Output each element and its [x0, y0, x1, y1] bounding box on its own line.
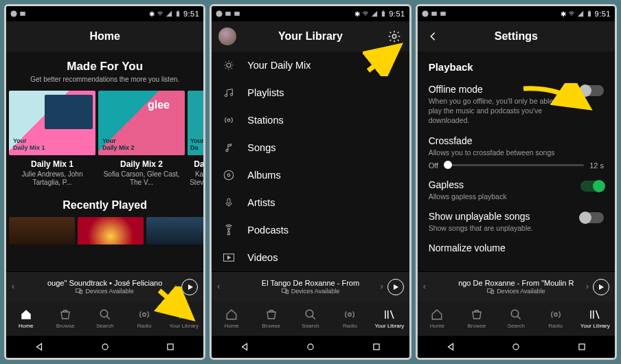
nav-back-icon[interactable]	[446, 342, 455, 352]
page-title: Home	[89, 30, 120, 43]
chevron-right-icon[interactable]: ›	[174, 282, 177, 291]
setting-title: Normalize volume	[429, 242, 572, 253]
tab-library[interactable]: Your Library	[576, 302, 615, 336]
devices-available[interactable]: Devices Available	[487, 288, 545, 295]
now-playing-bar[interactable]: ‹ › ouge" Soundtrack • José Feliciano De…	[6, 271, 203, 302]
devices-available[interactable]: Devices Available	[76, 288, 133, 295]
setting-title: Gapless	[429, 179, 572, 190]
content[interactable]: Playback Offline modeWhen you go offline…	[418, 52, 615, 271]
spotify-icon	[216, 10, 223, 17]
library-row-mic[interactable]: Artists	[212, 189, 409, 216]
setting-show-unplayable-songs[interactable]: Show unplayable songsShow songs that are…	[429, 211, 604, 233]
tab-browse[interactable]: Browse	[457, 302, 496, 336]
library-row-disc[interactable]: Albums	[212, 161, 409, 189]
toggle-switch[interactable]	[580, 212, 604, 223]
tab-home[interactable]: Home	[212, 302, 251, 336]
library-row-music[interactable]: Playlists	[212, 79, 409, 106]
library-item-label: Playlists	[247, 87, 284, 98]
slider[interactable]	[444, 164, 584, 166]
tab-browse[interactable]: Browse	[45, 302, 84, 336]
library-row-video[interactable]: Videos	[212, 244, 409, 271]
tab-radio[interactable]: Radio	[330, 302, 370, 336]
library-item-label: Songs	[247, 142, 275, 153]
chevron-right-icon[interactable]: ›	[586, 282, 589, 291]
screen-settings: ✱ 9:51 Settings Playback Offline modeWhe…	[416, 4, 617, 360]
recently-played-heading: Recently Played	[6, 199, 203, 212]
setting-desc: Show songs that are unplayable.	[429, 223, 572, 233]
daily-mix-card[interactable]: Da Ka Stev...	[188, 91, 203, 187]
nav-home-icon[interactable]	[306, 342, 315, 352]
browse-icon	[59, 308, 71, 321]
play-button[interactable]	[181, 279, 198, 295]
setting-normalize-volume[interactable]: Normalize volume	[429, 242, 604, 253]
now-playing-bar[interactable]: ‹ › ngo De Roxanne - From "Moulin R Devi…	[418, 271, 615, 302]
settings-button[interactable]	[385, 27, 404, 46]
svg-rect-11	[226, 12, 232, 16]
setting-crossfade[interactable]: CrossfadeAllows you to crossfade between…	[429, 135, 604, 170]
library-row-broadcast[interactable]: Stations	[212, 106, 409, 134]
library-row-note[interactable]: Songs	[212, 134, 409, 161]
tab-home[interactable]: Home	[6, 302, 45, 336]
made-for-you-heading: Made For You	[6, 60, 203, 73]
chevron-right-icon[interactable]: ›	[381, 282, 383, 291]
now-playing-bar[interactable]: ‹ › El Tango De Roxanne - From Devices A…	[212, 271, 409, 302]
svg-point-39	[512, 310, 519, 317]
chevron-left-icon[interactable]: ‹	[423, 282, 426, 291]
tab-search[interactable]: Search	[291, 302, 330, 336]
svg-point-30	[308, 344, 313, 350]
toggle-switch[interactable]	[580, 85, 604, 96]
devices-available[interactable]: Devices Available	[282, 288, 339, 295]
chevron-left-icon[interactable]: ‹	[12, 282, 14, 291]
battery-icon	[586, 10, 593, 17]
toggle-switch[interactable]	[580, 181, 604, 192]
nav-recent-icon[interactable]	[372, 342, 381, 352]
tab-library[interactable]: Your Library	[370, 302, 409, 336]
nav-recent-icon[interactable]	[577, 342, 587, 352]
tab-search[interactable]: Search	[497, 302, 536, 336]
radio-icon	[550, 308, 562, 321]
tab-radio[interactable]: Radio	[124, 302, 163, 336]
nav-home-icon[interactable]	[511, 342, 521, 352]
nav-back-icon[interactable]	[34, 342, 44, 352]
svg-rect-33	[431, 12, 437, 16]
android-nav	[418, 336, 615, 358]
tab-home[interactable]: Home	[418, 302, 457, 336]
play-button[interactable]	[387, 279, 404, 295]
svg-point-22	[227, 174, 230, 177]
library-row-podcast[interactable]: Podcasts	[212, 216, 409, 244]
bottom-tabs: Home Browse Search Radio Your Library	[212, 302, 409, 336]
back-button[interactable]	[423, 27, 442, 46]
content[interactable]: Your Daily MixPlaylistsStationsSongsAlbu…	[212, 52, 409, 271]
svg-rect-35	[587, 12, 590, 17]
chevron-left-icon[interactable]: ‹	[217, 282, 220, 291]
content[interactable]: Made For You Get better recommendations …	[6, 52, 203, 271]
library-item-label: Your Daily Mix	[247, 60, 310, 71]
setting-gapless[interactable]: GaplessAllows gapless playback	[429, 179, 604, 201]
play-button[interactable]	[593, 279, 609, 295]
tab-library[interactable]: Your Library	[164, 302, 203, 336]
setting-title: Crossfade	[429, 135, 604, 146]
setting-offline-mode[interactable]: Offline modeWhen you go offline, you'll …	[429, 84, 604, 126]
library-row-sun[interactable]: Your Daily Mix	[212, 52, 409, 79]
battery-icon	[174, 10, 181, 17]
made-for-you-row[interactable]: AvenueQThe Musical Daily Mix 1 Julie And…	[6, 91, 203, 187]
nav-recent-icon[interactable]	[166, 342, 175, 352]
tab-search[interactable]: Search	[85, 302, 124, 336]
svg-rect-5	[80, 291, 82, 294]
nav-back-icon[interactable]	[240, 342, 249, 352]
avatar[interactable]	[218, 27, 236, 45]
daily-mix-card[interactable]: AvenueQThe Musical Daily Mix 1 Julie And…	[9, 91, 95, 187]
recent-item[interactable]	[78, 217, 144, 244]
signal-icon	[577, 10, 584, 17]
spotify-icon	[422, 10, 429, 17]
nav-home-icon[interactable]	[100, 342, 110, 352]
tab-radio[interactable]: Radio	[536, 302, 575, 336]
daily-mix-card[interactable]: Daily Mix 2 Sofia Carson, Glee Cast, The…	[98, 91, 185, 187]
recently-played-row[interactable]	[6, 217, 203, 244]
header: Your Library	[212, 21, 409, 52]
recent-item[interactable]	[9, 217, 75, 244]
search-icon	[304, 308, 317, 321]
svg-rect-12	[235, 12, 240, 16]
tab-browse[interactable]: Browse	[251, 302, 291, 336]
recent-item[interactable]	[146, 217, 203, 244]
